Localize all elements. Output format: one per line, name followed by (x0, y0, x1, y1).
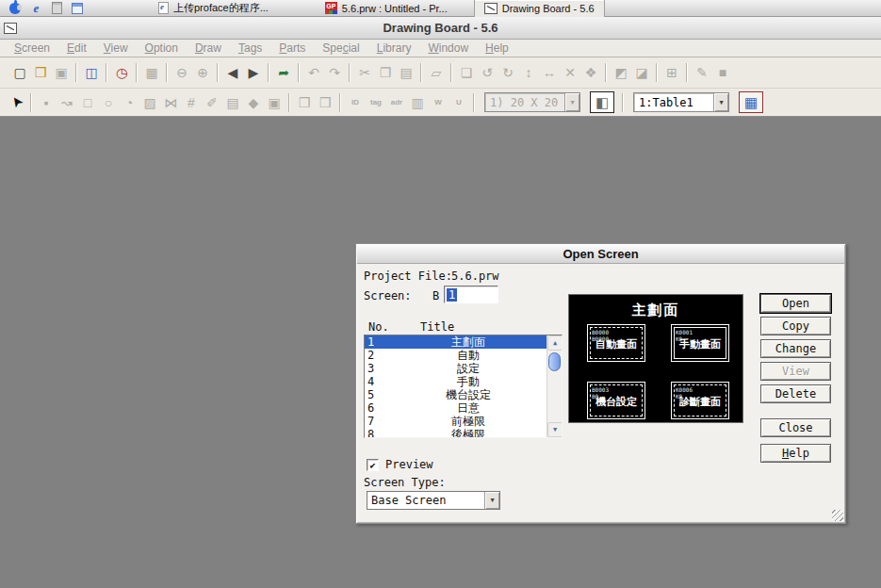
select-icon[interactable]: ➤ (6, 92, 26, 113)
open-button[interactable]: Open (760, 294, 831, 313)
separator[interactable] (656, 63, 658, 82)
next-screen-icon[interactable]: ▶ (243, 62, 264, 83)
mirror-horizontal-icon[interactable]: ↔ (539, 62, 560, 83)
separator[interactable] (349, 63, 351, 82)
browser-window-icon[interactable] (72, 3, 83, 14)
enlarge-icon[interactable]: ❖ (580, 62, 601, 83)
transfer-icon[interactable]: ◫ (81, 62, 102, 83)
circle-icon[interactable]: ○ (98, 92, 119, 113)
list-item[interactable]: 1 主劃面 (365, 335, 547, 349)
help-button[interactable]: Help (760, 444, 831, 463)
separator[interactable] (268, 63, 269, 82)
separator[interactable] (339, 93, 341, 112)
separator[interactable] (288, 93, 290, 112)
tag-u-icon[interactable]: U (449, 92, 469, 113)
tag-w-icon[interactable]: W (428, 92, 449, 113)
close-button[interactable]: Close (760, 418, 831, 437)
grid-size-dropdown[interactable]: 1) 20 X 20 ▼ (484, 92, 580, 112)
tag-name-icon[interactable]: tag (366, 92, 386, 113)
table-split-icon[interactable]: ◧ (590, 91, 614, 113)
separator[interactable] (605, 63, 607, 82)
menu-item[interactable]: View (95, 41, 137, 55)
dialog-titlebar[interactable]: Open Screen (357, 245, 844, 264)
fill-icon[interactable]: ▨ (139, 92, 160, 113)
table-dropdown[interactable]: 1:Table1 ▼ (633, 92, 729, 112)
list-item[interactable]: 6 日意 (365, 401, 547, 415)
save-icon[interactable]: ▣ (51, 62, 72, 83)
tag-id-icon[interactable]: ID (345, 92, 366, 113)
separator[interactable] (420, 63, 422, 82)
separator[interactable] (30, 93, 32, 112)
ruler-icon[interactable]: # (181, 92, 202, 113)
scrollbar-thumb[interactable] (548, 352, 561, 371)
menu-item[interactable]: Special (314, 41, 367, 55)
list-item[interactable]: 5 機台設定 (365, 388, 547, 401)
scroll-down-icon[interactable]: ▼ (547, 422, 563, 437)
list-item[interactable]: 7 前極限 (365, 415, 547, 428)
separator[interactable] (75, 63, 77, 82)
resize-grip[interactable] (832, 510, 843, 521)
copy-button[interactable]: Copy (760, 317, 831, 335)
polyline-icon[interactable]: ↝ (57, 92, 77, 113)
tag-adr-icon[interactable]: adr (386, 92, 407, 113)
internet-explorer-icon[interactable]: e (30, 2, 42, 14)
scrollbar[interactable]: ▲ ▼ (547, 335, 562, 437)
pen-icon[interactable]: ✎ (692, 62, 712, 83)
separator[interactable] (450, 63, 452, 82)
send-to-back-icon[interactable]: ◪ (631, 62, 652, 83)
menu-item[interactable]: Option (137, 41, 187, 55)
chevron-down-icon[interactable]: ▼ (484, 492, 499, 509)
window-titlebar[interactable]: Drawing Board - 5.6 (0, 17, 881, 40)
menu-item[interactable]: Library (368, 41, 420, 55)
rectangle-icon[interactable]: □ (77, 92, 98, 113)
separator[interactable] (217, 63, 219, 82)
preview-checkbox[interactable]: ✔ (367, 459, 379, 471)
simulate-icon[interactable]: ◷ (111, 62, 132, 83)
load-screen-icon[interactable]: ▣ (264, 92, 285, 113)
menu-item[interactable]: Window (419, 41, 477, 55)
undo-icon[interactable]: ↶ (303, 62, 324, 83)
scroll-up-icon[interactable]: ▲ (547, 335, 563, 351)
separator[interactable] (106, 63, 107, 82)
tag-pattern-icon[interactable]: ▥ (407, 92, 428, 113)
cut-icon[interactable]: ✂ (354, 62, 375, 83)
mirror-vertical-icon[interactable]: ↕ (518, 62, 539, 83)
polygon-icon[interactable]: ⋈ (160, 92, 181, 113)
open-icon[interactable]: ❒ (30, 62, 51, 83)
duplicate-icon[interactable]: ❏ (456, 62, 477, 83)
mark-icon[interactable]: ◆ (243, 92, 264, 113)
menu-item[interactable]: Edit (58, 41, 95, 55)
prev-screen-icon[interactable]: ◀ (222, 62, 243, 83)
menu-item[interactable]: Screen (6, 41, 58, 55)
table-transfer-icon[interactable]: ▦ (739, 91, 763, 113)
menu-item[interactable]: Help (477, 41, 517, 55)
copy-icon[interactable]: ❐ (375, 62, 396, 83)
library1-icon[interactable]: ❒ (294, 92, 315, 113)
separator[interactable] (298, 63, 300, 82)
separator[interactable] (166, 63, 168, 82)
point-icon[interactable]: ▪ (36, 92, 57, 113)
list-item[interactable]: 2 自動 (365, 349, 547, 362)
delete-button[interactable]: Delete (760, 384, 831, 403)
taskbar-tab-project[interactable]: GP 5.6.prw : Untitled - Pr... (316, 0, 457, 17)
notes-icon[interactable] (52, 2, 62, 14)
chevron-down-icon[interactable]: ▼ (713, 93, 728, 111)
paste-icon[interactable]: ▤ (396, 62, 416, 83)
redo-icon[interactable]: ↷ (324, 62, 345, 83)
group-icon[interactable]: ⊞ (661, 62, 682, 83)
list-item[interactable]: 8 後極限 (365, 428, 547, 438)
bring-to-front-icon[interactable]: ◩ (611, 62, 631, 83)
separator[interactable] (686, 63, 688, 82)
fill-rect-icon[interactable]: ■ (712, 62, 733, 83)
eraser-icon[interactable]: ▱ (426, 62, 447, 83)
menu-item[interactable]: Draw (187, 41, 230, 55)
taskbar-tab-upload-proface[interactable]: 上传proface的程序... (149, 0, 278, 17)
capture-icon[interactable]: ▤ (222, 92, 243, 113)
zoom-in-icon[interactable]: ⊕ (192, 62, 213, 83)
zoom-out-icon[interactable]: ⊖ (171, 62, 192, 83)
list-item[interactable]: 3 設定 (365, 362, 547, 375)
library2-icon[interactable]: ❒ (315, 92, 335, 113)
shrink-icon[interactable]: ✕ (560, 62, 580, 83)
screen-number-input[interactable]: 1 (444, 286, 498, 303)
change-button[interactable]: Change (760, 339, 831, 358)
